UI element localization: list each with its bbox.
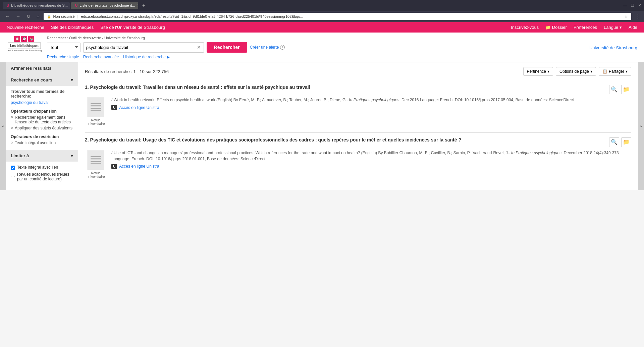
sidebar-limiter-header[interactable]: Limiter à ▾ bbox=[6, 150, 78, 162]
limiter-item-2: Revues académiques (relues par un comité… bbox=[11, 172, 73, 181]
result-1-thumb-lines bbox=[91, 103, 101, 111]
sort-chevron-icon: ▾ bbox=[547, 69, 549, 74]
search-main-area: Rechercher : Outil de découverte - Unive… bbox=[47, 36, 584, 59]
thumb-line bbox=[91, 108, 101, 109]
result-2-type-label: Revue universitaire bbox=[85, 171, 107, 179]
result-1-journal: In Pratiques psychologiques. bbox=[349, 98, 400, 102]
nav-nouvelle-recherche[interactable]: Nouvelle recherche bbox=[7, 25, 44, 30]
result-1-search-icon[interactable]: 🔍 bbox=[609, 85, 619, 94]
limiter-item-1-label: Texte intégral avec lien bbox=[17, 165, 58, 170]
expansion-item-1: ✕ Rechercher également dans l'ensemble d… bbox=[11, 115, 73, 124]
result-1-date-doi: Dec 2016 Language: French. DOI: 10.1016/… bbox=[401, 98, 514, 102]
result-1-meta-text: / Work in health network: Effects on psy… bbox=[111, 97, 631, 103]
address-bar[interactable]: 🔓 Non sécurisé | eds.a.ebscohost.com.scd… bbox=[44, 13, 631, 20]
result-1-access: U Accès en ligne Unistra bbox=[111, 105, 631, 110]
result-1-bookmark-icon[interactable]: 📁 bbox=[621, 85, 631, 94]
nav-inscrivez-vous[interactable]: Inscrivez-vous bbox=[511, 25, 539, 30]
window-controls: — ❐ ✕ bbox=[623, 3, 641, 8]
nav-site-unistra[interactable]: Site de l'Université de Strasbourg bbox=[100, 25, 165, 30]
remove-expansion-2-icon[interactable]: ✕ bbox=[11, 126, 13, 130]
limiter-checkbox-1[interactable] bbox=[11, 166, 15, 170]
search-input[interactable] bbox=[84, 43, 194, 52]
nav-dossier[interactable]: 📁 Dossier bbox=[545, 25, 567, 30]
unistra-header-link[interactable]: Université de Strasbourg bbox=[589, 45, 637, 50]
result-2-meta: / Use of ICTs and changes in managers' p… bbox=[111, 150, 631, 169]
nav-aide[interactable]: Aide bbox=[629, 25, 637, 30]
sidebar-current-search-title: Recherche en cours bbox=[11, 77, 52, 82]
result-2-access: U Accès en ligne Unistra bbox=[111, 164, 631, 169]
limiter-checkbox-2[interactable] bbox=[11, 173, 15, 177]
result-2-search-icon[interactable]: 🔍 bbox=[609, 137, 619, 147]
result-1-title-rest: : Travailler dans un réseau de santé : e… bbox=[140, 84, 310, 90]
search-button[interactable]: Rechercher bbox=[207, 42, 247, 53]
results-top-divider bbox=[85, 80, 631, 80]
result-item-1: 1. Psychologie du travail: Travailler da… bbox=[85, 84, 631, 126]
unistra-logo-2: U bbox=[111, 164, 117, 169]
result-2-thumbnail: Revue universitaire bbox=[85, 150, 107, 179]
thumb-line bbox=[91, 160, 101, 160]
sidebar-left-toggle[interactable]: « bbox=[0, 62, 6, 190]
maximize-button[interactable]: ❐ bbox=[631, 3, 634, 8]
bookmark-icon[interactable]: ☆ bbox=[624, 14, 628, 19]
home-button[interactable]: ⌂ bbox=[35, 13, 41, 20]
search-clear-button[interactable]: ✕ bbox=[194, 43, 204, 51]
results-area: Résultats de recherche : 1 - 10 sur 222,… bbox=[78, 62, 638, 190]
tab2-close-icon[interactable]: ✕ bbox=[137, 4, 138, 7]
browser-tab-2[interactable]: U Liste de résultats: psychologie d... ✕ bbox=[71, 2, 138, 9]
result-2-thumb-lines bbox=[91, 156, 101, 164]
current-search-chevron: ▾ bbox=[71, 77, 73, 82]
result-1-type-label: Revue universitaire bbox=[85, 118, 107, 126]
nav-site-bibliotheques[interactable]: Site des bibliothèques bbox=[51, 25, 94, 30]
page-options-button[interactable]: Options de page ▾ bbox=[556, 67, 596, 76]
nav-preferences[interactable]: Préférences bbox=[574, 25, 597, 30]
unistra-logo-1: U bbox=[111, 105, 117, 110]
advanced-search-link[interactable]: Recherche avancée bbox=[83, 55, 119, 59]
result-2-access-link[interactable]: Accès en ligne Unistra bbox=[119, 164, 159, 169]
share-button[interactable]: 📋 Partager ▾ bbox=[599, 67, 631, 76]
result-1-number: 1. bbox=[85, 84, 89, 90]
simple-search-link[interactable]: Recherche simple bbox=[47, 55, 79, 59]
result-2-authors: By Bobillier Chaumon, M.-E.; Cuvillier, … bbox=[378, 151, 510, 155]
result-1-db: Base de données: ScienceDirect bbox=[516, 98, 574, 102]
reload-button[interactable]: ↻ bbox=[25, 13, 32, 20]
new-tab-button[interactable]: + bbox=[140, 1, 148, 9]
search-header: 📋 💬 📚 Les bibliothèques de l' Université… bbox=[0, 33, 644, 62]
forward-button[interactable]: → bbox=[14, 13, 22, 20]
sidebar-right-toggle[interactable]: » bbox=[638, 62, 644, 190]
limiter-section: Texte intégral avec lien Revues académiq… bbox=[6, 162, 78, 187]
result-2-title-rest: : Usage des TIC et évolutions des pratiq… bbox=[140, 137, 461, 142]
tab1-favicon: U bbox=[7, 4, 9, 7]
nav-langue[interactable]: Langue ▾ bbox=[604, 25, 622, 30]
back-button[interactable]: ← bbox=[3, 13, 11, 20]
minimize-button[interactable]: — bbox=[623, 3, 627, 8]
browser-tab-1[interactable]: U Bibliothèques universitaires de S... ✕ bbox=[3, 2, 70, 9]
result-1-thumb-image bbox=[88, 97, 104, 117]
remove-restriction-1-icon[interactable]: ✕ bbox=[11, 141, 13, 144]
history-search-link[interactable]: Historique de recherche ▶ bbox=[123, 55, 170, 59]
thumb-line bbox=[91, 163, 101, 164]
alert-help-icon[interactable]: ? bbox=[280, 45, 285, 50]
result-1-authors: By Ferré, M.-F.; Almudever, B.; Tauber, … bbox=[233, 98, 348, 102]
tab1-title: Bibliothèques universitaires de S... bbox=[11, 3, 68, 7]
thumb-line bbox=[91, 107, 101, 107]
search-type-select[interactable]: Tout Titre Auteur Sujet bbox=[47, 43, 80, 52]
create-alert-link[interactable]: Créer une alerte ? bbox=[250, 45, 285, 50]
sidebar-current-search-header[interactable]: Recherche en cours ▾ bbox=[6, 74, 78, 86]
close-button[interactable]: ✕ bbox=[638, 3, 641, 8]
page-options-chevron-icon: ▾ bbox=[590, 69, 592, 74]
result-1-body: Revue universitaire / Work in health net… bbox=[85, 97, 631, 126]
browser-chrome: U Bibliothèques universitaires de S... ✕… bbox=[0, 0, 644, 22]
sort-button[interactable]: Pertinence ▾ bbox=[523, 67, 553, 76]
limiter-item-2-label: Revues académiques (relues par un comité… bbox=[17, 172, 73, 181]
remove-expansion-1-icon[interactable]: ✕ bbox=[11, 115, 13, 119]
results-count: Résultats de recherche : 1 - 10 sur 222,… bbox=[85, 69, 169, 74]
result-1-access-link[interactable]: Accès en ligne Unistra bbox=[119, 105, 159, 110]
sidebar-keyword[interactable]: psychologie du travail bbox=[11, 100, 49, 105]
search-links: Recherche simple Recherche avancée Histo… bbox=[47, 55, 584, 59]
result-1-thumbnail: Revue universitaire bbox=[85, 97, 107, 126]
result-2-db: Base de données: ScienceDirect bbox=[207, 157, 265, 161]
more-options-icon[interactable]: ⋮ bbox=[635, 13, 641, 20]
url-text: eds.a.ebscohost.com.scd-rproxy.u-strasbg… bbox=[81, 14, 622, 18]
result-2-bookmark-icon[interactable]: 📁 bbox=[621, 137, 631, 147]
expansion-item-2: ✕ Appliquer des sujets équivalents bbox=[11, 126, 73, 130]
